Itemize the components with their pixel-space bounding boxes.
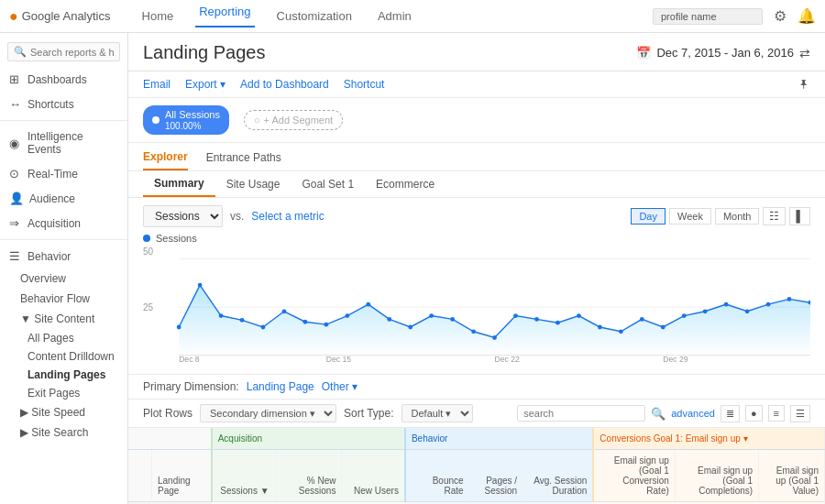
export-button[interactable]: Export ▾ bbox=[185, 78, 226, 91]
shortcut-button[interactable]: Shortcut bbox=[344, 78, 385, 91]
avg-duration-header[interactable]: Avg. Session Duration bbox=[523, 450, 594, 502]
gear-icon[interactable]: ⚙ bbox=[774, 7, 786, 25]
sidebar-item-overview[interactable]: Overview bbox=[0, 268, 127, 289]
bounce-rate-header[interactable]: Bounce Rate bbox=[405, 450, 469, 502]
other-dim-dropdown[interactable]: Other ▾ bbox=[322, 380, 358, 393]
add-segment-button[interactable]: ○ + Add Segment bbox=[244, 110, 343, 130]
new-users-header[interactable]: New Users bbox=[342, 450, 405, 502]
filter-bar: Plot Rows Secondary dimension ▾ Sort Typ… bbox=[128, 400, 825, 428]
svg-point-32 bbox=[787, 297, 792, 301]
svg-point-6 bbox=[240, 318, 245, 323]
sidebar-item-intelligence[interactable]: ◉ Intelligence Events bbox=[0, 125, 127, 161]
subtab-site-usage[interactable]: Site Usage bbox=[215, 172, 292, 196]
svg-point-18 bbox=[492, 335, 497, 340]
subtab-goal-set[interactable]: Goal Set 1 bbox=[291, 172, 365, 196]
tab-explorer[interactable]: Explorer bbox=[143, 145, 188, 170]
search-input[interactable] bbox=[30, 47, 114, 58]
bar-chart-btn[interactable]: ▌ bbox=[789, 207, 810, 225]
term-view-btn[interactable]: ☰ bbox=[790, 405, 810, 422]
sidebar-item-content-drilldown[interactable]: Content Drilldown bbox=[0, 347, 127, 366]
period-month-btn[interactable]: Month bbox=[715, 208, 760, 225]
sidebar-item-site-content[interactable]: ▼ Site Content bbox=[0, 309, 127, 329]
sidebar-item-site-speed[interactable]: ▶ Site Speed bbox=[0, 402, 127, 422]
svg-point-3 bbox=[177, 325, 182, 330]
sidebar-item-realtime[interactable]: ⊙ Real-Time bbox=[0, 161, 127, 186]
actions-bar: Email Export ▾ Add to Dashboard Shortcut… bbox=[128, 71, 825, 98]
top-nav: ● Google Analytics Home Reporting Custom… bbox=[0, 0, 825, 33]
add-to-dashboard-button[interactable]: Add to Dashboard bbox=[240, 78, 329, 91]
sidebar-item-behavior[interactable]: ☰ Behavior bbox=[0, 244, 127, 268]
sidebar-search-container[interactable]: 🔍 bbox=[7, 42, 120, 61]
svg-text:Dec 8: Dec 8 bbox=[179, 355, 200, 364]
sidebar-item-exit-pages[interactable]: Exit Pages bbox=[0, 384, 127, 402]
subtab-summary[interactable]: Summary bbox=[143, 171, 215, 197]
svg-point-17 bbox=[471, 329, 476, 334]
acquisition-group-header: Acquisition bbox=[212, 428, 405, 450]
sidebar-item-behavior-flow[interactable]: Behavior Flow bbox=[0, 289, 127, 309]
email-rate-header[interactable]: Email sign up (Goal 1 Conversion Rate) bbox=[593, 450, 675, 502]
percent-view-btn[interactable]: ≡ bbox=[768, 405, 785, 422]
dimension-group-header bbox=[128, 428, 212, 450]
segment-dot bbox=[152, 116, 160, 124]
plot-rows-label: Plot Rows bbox=[143, 407, 192, 420]
all-sessions-segment[interactable]: All Sessions 100.00% bbox=[143, 105, 229, 135]
nav-customization[interactable]: Customization bbox=[273, 9, 356, 23]
nav-home[interactable]: Home bbox=[138, 9, 178, 23]
email-completions-header[interactable]: Email sign up (Goal 1 Completions) bbox=[675, 450, 758, 502]
line-chart-btn[interactable]: ☷ bbox=[763, 207, 786, 225]
sidebar-item-dashboards[interactable]: ⊞ Dashboards bbox=[0, 67, 127, 92]
nav-admin[interactable]: Admin bbox=[374, 9, 415, 23]
date-range[interactable]: 📅 Dec 7, 2015 - Jan 6, 2016 ⇄ bbox=[636, 46, 810, 60]
period-week-btn[interactable]: Week bbox=[669, 208, 711, 225]
svg-point-20 bbox=[534, 317, 539, 322]
data-view-btn[interactable]: ≣ bbox=[720, 405, 740, 422]
add-segment-circle: ○ bbox=[254, 115, 260, 126]
period-day-btn[interactable]: Day bbox=[631, 208, 666, 225]
svg-point-16 bbox=[450, 317, 455, 322]
select-metric-button[interactable]: Select a metric bbox=[251, 210, 324, 223]
filter-search-input[interactable] bbox=[517, 405, 645, 422]
pages-session-header[interactable]: Pages / Session bbox=[469, 450, 522, 502]
metric-dropdown[interactable]: Sessions bbox=[143, 205, 223, 227]
new-sessions-header[interactable]: % New Sessions bbox=[275, 450, 342, 502]
settings-icon[interactable]: 🖈 bbox=[798, 77, 810, 92]
landing-page-header[interactable]: Landing Page bbox=[152, 450, 212, 502]
svg-point-5 bbox=[219, 313, 224, 318]
segments-bar: All Sessions 100.00% ○ + Add Segment bbox=[128, 98, 825, 143]
subtab-ecommerce[interactable]: Ecommerce bbox=[365, 172, 446, 196]
sidebar-item-acquisition[interactable]: ⇒ Acquisition bbox=[0, 211, 127, 236]
svg-point-15 bbox=[429, 313, 434, 318]
secondary-dimension-dropdown[interactable]: Secondary dimension ▾ bbox=[200, 404, 336, 422]
svg-point-4 bbox=[198, 283, 203, 288]
audience-icon: 👤 bbox=[9, 192, 24, 205]
svg-point-22 bbox=[577, 313, 581, 318]
sidebar-item-landing-pages[interactable]: Landing Pages bbox=[0, 366, 127, 384]
profile-selector[interactable]: profile name bbox=[653, 8, 763, 25]
landing-page-dim[interactable]: Landing Page bbox=[247, 380, 314, 393]
advanced-filter-link[interactable]: advanced bbox=[671, 408, 715, 419]
logo: ● Google Analytics bbox=[9, 8, 111, 25]
sort-type-dropdown[interactable]: Default ▾ bbox=[402, 404, 473, 422]
email-value-header[interactable]: Email sign up (Goal 1 Value) bbox=[759, 450, 825, 502]
bell-icon[interactable]: 🔔 bbox=[798, 7, 816, 25]
svg-point-8 bbox=[282, 309, 287, 313]
sidebar-item-audience[interactable]: 👤 Audience bbox=[0, 186, 127, 211]
email-button[interactable]: Email bbox=[143, 78, 170, 91]
sidebar-item-all-pages[interactable]: All Pages bbox=[0, 329, 127, 347]
main-header: Landing Pages 📅 Dec 7, 2015 - Jan 6, 201… bbox=[128, 33, 825, 71]
sessions-header[interactable]: Sessions ▼ bbox=[212, 450, 275, 502]
sidebar-item-site-search[interactable]: ▶ Site Search bbox=[0, 422, 127, 443]
tab-entrance-paths[interactable]: Entrance Paths bbox=[206, 146, 281, 170]
svg-point-25 bbox=[640, 317, 644, 322]
svg-point-30 bbox=[745, 309, 750, 313]
nav-reporting[interactable]: Reporting bbox=[195, 5, 254, 27]
filter-right: 🔍 advanced ≣ ● ≡ ☰ bbox=[517, 405, 810, 422]
sidebar-item-shortcuts[interactable]: ↔ Shortcuts bbox=[0, 92, 127, 116]
compare-icon[interactable]: ⇄ bbox=[799, 46, 810, 60]
filter-search-icon[interactable]: 🔍 bbox=[651, 407, 666, 421]
segment-label: All Sessions 100.00% bbox=[165, 109, 220, 131]
table-group-header: Acquisition Behavior Conversions Goal 1:… bbox=[128, 428, 825, 450]
pie-view-btn[interactable]: ● bbox=[745, 405, 763, 422]
svg-point-11 bbox=[345, 313, 349, 318]
main-content: Landing Pages 📅 Dec 7, 2015 - Jan 6, 201… bbox=[128, 33, 825, 504]
